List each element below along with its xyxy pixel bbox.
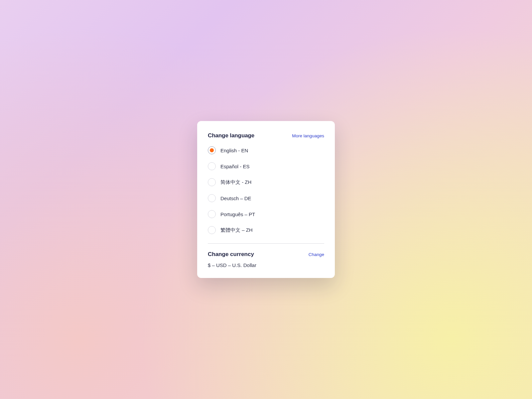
radio-icon bbox=[208, 162, 216, 170]
language-option-label: Português – PT bbox=[220, 211, 255, 217]
language-option-label: 简体中文 - ZH bbox=[220, 179, 251, 186]
radio-icon bbox=[208, 178, 216, 186]
change-currency-link[interactable]: Change bbox=[309, 252, 324, 257]
radio-icon bbox=[208, 226, 216, 234]
language-option-deutsch[interactable]: Deutsch – DE bbox=[208, 194, 324, 202]
radio-icon bbox=[208, 194, 216, 202]
settings-card: Change language More languages English -… bbox=[197, 121, 335, 278]
language-options: English - EN Español - ES 简体中文 - ZH Deut… bbox=[208, 146, 324, 234]
language-option-label: Español - ES bbox=[220, 164, 250, 169]
language-option-label: 繁體中文 – ZH bbox=[220, 227, 253, 233]
language-option-english[interactable]: English - EN bbox=[208, 146, 324, 154]
currency-header: Change currency Change bbox=[208, 251, 324, 258]
radio-icon bbox=[208, 146, 216, 154]
divider bbox=[208, 243, 324, 244]
currency-value: $ – USD – U.S. Dollar bbox=[208, 262, 324, 268]
radio-icon bbox=[208, 210, 216, 218]
more-languages-link[interactable]: More languages bbox=[292, 133, 324, 138]
language-option-espanol[interactable]: Español - ES bbox=[208, 162, 324, 170]
language-option-zh-traditional[interactable]: 繁體中文 – ZH bbox=[208, 226, 324, 234]
language-title: Change language bbox=[208, 132, 254, 139]
language-option-label: English - EN bbox=[220, 148, 248, 153]
language-option-label: Deutsch – DE bbox=[220, 196, 251, 201]
language-header: Change language More languages bbox=[208, 132, 324, 139]
language-option-zh-simplified[interactable]: 简体中文 - ZH bbox=[208, 178, 324, 186]
currency-title: Change currency bbox=[208, 251, 254, 258]
language-option-portugues[interactable]: Português – PT bbox=[208, 210, 324, 218]
